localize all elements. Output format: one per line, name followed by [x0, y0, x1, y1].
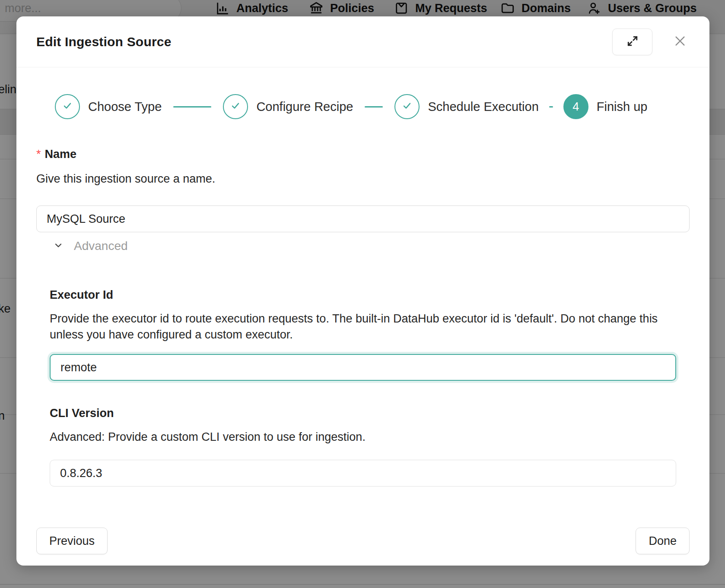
expand-icon: [626, 35, 639, 49]
advanced-label: Advanced: [74, 239, 128, 253]
step-connector: [365, 106, 383, 107]
name-field-label: * Name: [36, 147, 690, 161]
step-label: Finish up: [597, 100, 648, 114]
close-icon: [673, 34, 687, 49]
executor-id-label: Executor Id: [50, 288, 676, 302]
step-schedule-execution[interactable]: Schedule Execution: [394, 94, 538, 119]
cli-version-input[interactable]: [50, 460, 676, 487]
step-done-circle: [394, 94, 420, 119]
done-button[interactable]: Done: [636, 528, 690, 554]
expand-modal-button[interactable]: [612, 28, 652, 55]
modal-title: Edit Ingestion Source: [36, 35, 612, 49]
step-label: Choose Type: [88, 100, 162, 114]
step-active-circle: 4: [563, 94, 588, 119]
executor-id-input[interactable]: [50, 354, 676, 381]
wizard-stepper: Choose Type Configure Recipe: [36, 94, 690, 119]
close-modal-button[interactable]: [671, 32, 690, 51]
step-done-circle: [55, 94, 80, 119]
edit-ingestion-source-modal: Edit Ingestion Source: [16, 16, 709, 566]
modal-header: Edit Ingestion Source: [16, 16, 709, 67]
step-choose-type[interactable]: Choose Type: [55, 94, 162, 119]
modal-body: Choose Type Configure Recipe: [16, 94, 709, 554]
name-input[interactable]: [36, 205, 690, 232]
step-connector: [173, 106, 211, 107]
cli-version-label: CLI Version: [50, 406, 676, 420]
executor-id-description: Provide the executor id to route executi…: [50, 311, 676, 343]
modal-footer: Previous Done: [36, 528, 690, 554]
cli-version-description: Advanced: Provide a custom CLI version t…: [50, 429, 676, 445]
step-label: Schedule Execution: [428, 100, 538, 114]
step-finish-up[interactable]: 4 Finish up: [563, 94, 648, 119]
chevron-down-icon: [53, 240, 64, 252]
check-icon: [61, 100, 73, 114]
required-asterisk: *: [36, 148, 41, 161]
step-number: 4: [572, 100, 579, 114]
step-label: Configure Recipe: [256, 100, 353, 114]
step-done-circle: [223, 94, 248, 119]
check-icon: [229, 100, 242, 114]
step-connector: [549, 106, 553, 107]
advanced-toggle[interactable]: Advanced: [36, 237, 690, 256]
name-field-description: Give this ingestion source a name.: [36, 171, 690, 186]
check-icon: [401, 100, 413, 114]
step-configure-recipe[interactable]: Configure Recipe: [223, 94, 353, 119]
previous-button[interactable]: Previous: [36, 528, 108, 554]
advanced-section: Executor Id Provide the executor id to r…: [50, 288, 676, 487]
